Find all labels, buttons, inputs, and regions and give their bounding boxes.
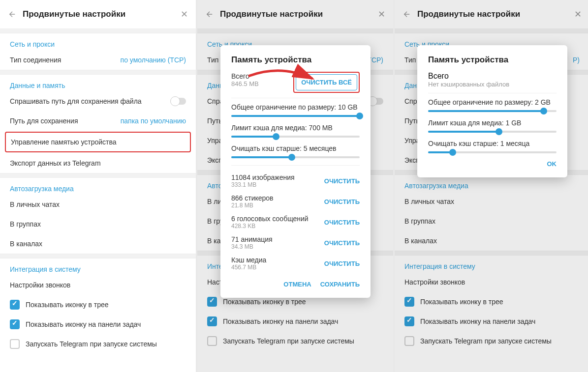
limit-size-label: Общее ограничение по размеру: 10 GB <box>231 103 360 111</box>
taskbar-checkbox[interactable] <box>10 319 20 329</box>
connection-type-value: по умолчанию (TCP) <box>121 56 186 64</box>
ok-button[interactable]: OK <box>547 160 557 168</box>
annotation-arrow <box>246 59 320 93</box>
connection-type-label: Тип соединения <box>10 56 121 64</box>
category-size: 34.3 MB <box>231 243 273 250</box>
back-icon[interactable] <box>8 10 23 19</box>
calls-row[interactable]: Настройки звонков <box>0 275 196 295</box>
save-path-label: Путь для сохранения <box>10 117 121 125</box>
tray-checkbox[interactable] <box>10 300 20 310</box>
category-size: 333.1 MB <box>231 181 295 188</box>
cancel-button[interactable]: ОТМЕНА <box>283 281 311 288</box>
close-icon[interactable]: ✕ <box>181 9 188 20</box>
ask-path-row[interactable]: Спрашивать путь для сохранения файла <box>0 91 196 111</box>
manage-memory-row[interactable]: Управление памятью устройства <box>5 132 191 152</box>
export-row[interactable]: Экспорт данных из Telegram <box>0 153 196 173</box>
category-size: 428.3 KB <box>231 223 309 229</box>
category-row: 6 голосовых сообщений428.3 KBОЧИСТИТЬ <box>231 212 360 232</box>
limit-age-label: Очищать кэш старше: 1 месяца <box>428 140 557 147</box>
total-label: Всего <box>428 72 557 81</box>
category-label: 866 стикеров <box>231 194 274 202</box>
category-label: 71 анимация <box>231 235 273 243</box>
category-label: 11084 изображения <box>231 173 295 181</box>
limit-media-label: Лимит кэша для медиа: 1 GB <box>428 119 557 127</box>
section-system: Интеграция в систему <box>0 258 196 275</box>
limit-size-slider[interactable] <box>231 115 360 117</box>
limit-media-slider[interactable] <box>231 136 360 138</box>
back-icon[interactable] <box>402 10 417 19</box>
limit-media-slider[interactable] <box>428 131 557 133</box>
tray-row[interactable]: Показывать иконку в трее <box>0 295 196 315</box>
clear-button[interactable]: ОЧИСТИТЬ <box>324 219 360 226</box>
autostart-checkbox[interactable] <box>10 339 20 349</box>
export-label: Экспорт данных из Telegram <box>10 159 186 167</box>
page-title: Продвинутые настройки <box>23 9 181 19</box>
clear-button[interactable]: ОЧИСТИТЬ <box>324 198 360 205</box>
storage-modal-empty: Память устройства Всего Нет кэшированных… <box>417 45 567 177</box>
category-label: 6 голосовых сообщений <box>231 215 309 223</box>
media-pm-row[interactable]: В личных чатах <box>0 195 196 214</box>
category-size: 21.8 MB <box>231 202 274 209</box>
limit-age-slider[interactable] <box>231 156 360 158</box>
media-channels-row[interactable]: В каналах <box>0 234 196 254</box>
page-title: Продвинутые настройки <box>220 9 378 19</box>
limit-age-label: Очищать кэш старше: 5 месяцев <box>231 144 360 152</box>
modal-title: Память устройства <box>428 55 557 65</box>
category-row: 71 анимация34.3 MBОЧИСТИТЬ <box>231 232 360 253</box>
manage-memory-label: Управление памятью устройства <box>11 138 117 146</box>
ask-path-toggle[interactable] <box>171 98 186 105</box>
back-icon[interactable] <box>205 10 220 19</box>
limit-age-slider[interactable] <box>428 151 557 153</box>
no-cache-label: Нет кэшированных файлов <box>428 81 557 88</box>
clear-button[interactable]: ОЧИСТИТЬ <box>324 260 360 267</box>
clear-button[interactable]: ОЧИСТИТЬ <box>324 239 360 247</box>
save-path-value: папка по умолчанию <box>121 117 186 125</box>
autostart-row[interactable]: Запускать Telegram при запуске системы <box>0 334 196 354</box>
connection-type-row[interactable]: Тип соединения по умолчанию (TCP) <box>0 50 196 70</box>
section-network: Сеть и прокси <box>0 33 196 50</box>
category-size: 456.7 MB <box>231 264 266 271</box>
limit-media-label: Лимит кэша для медиа: 700 MB <box>231 124 360 132</box>
page-title: Продвинутые настройки <box>417 9 574 19</box>
category-row: Кэш медиа456.7 MBОЧИСТИТЬ <box>231 253 360 274</box>
limit-size-slider[interactable] <box>428 110 557 112</box>
ask-path-label: Спрашивать путь для сохранения файла <box>10 97 171 105</box>
section-data-memory: Данные и память <box>0 75 196 91</box>
category-row: 11084 изображения333.1 MBОЧИСТИТЬ <box>231 171 360 191</box>
media-groups-row[interactable]: В группах <box>0 214 196 234</box>
section-media: Автозагрузка медиа <box>0 178 196 195</box>
save-path-row[interactable]: Путь для сохранения папка по умолчанию <box>0 111 196 131</box>
close-icon[interactable]: ✕ <box>378 9 385 20</box>
clear-button[interactable]: ОЧИСТИТЬ <box>324 177 360 185</box>
category-row: 866 стикеров21.8 MBОЧИСТИТЬ <box>231 191 360 212</box>
taskbar-row[interactable]: Показывать иконку на панели задач <box>0 315 196 334</box>
save-button[interactable]: СОХРАНИТЬ <box>320 281 360 288</box>
limit-size-label: Общее ограничение по размеру: 2 GB <box>428 98 557 106</box>
close-icon[interactable]: ✕ <box>574 9 582 20</box>
category-label: Кэш медиа <box>231 256 266 264</box>
